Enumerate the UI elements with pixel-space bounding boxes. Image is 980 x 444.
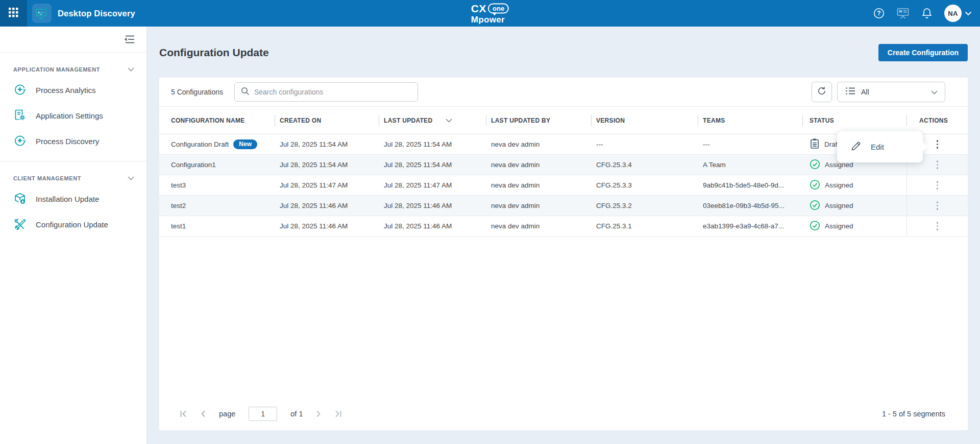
chevron-down-icon — [128, 175, 134, 181]
sidebar: APPLICATION MANAGEMENT Process Analytics — [0, 27, 147, 444]
sidebar-item-label: Installation Update — [36, 195, 99, 203]
sort-chevron-down-icon — [446, 119, 452, 123]
row-actions-kebab[interactable] — [932, 219, 944, 233]
edit-menu-item-label: Edit — [871, 143, 884, 151]
presentation-icon[interactable] — [896, 7, 910, 19]
sidebar-item-process-analytics[interactable]: Process Analytics — [0, 77, 146, 103]
configuration-name: Configuration Draft — [171, 141, 229, 148]
sidebar-item-label: Application Settings — [36, 111, 103, 120]
column-header-actions: ACTIONS — [906, 107, 968, 134]
create-configuration-button[interactable]: Create Configuration — [878, 44, 968, 61]
sidebar-collapse-button[interactable] — [123, 34, 135, 44]
last-updated: Jul 28, 2025 11:54 AM — [379, 155, 486, 175]
avatar: NA — [944, 5, 962, 22]
row-actions-kebab[interactable] — [932, 137, 944, 152]
first-page-icon[interactable] — [180, 410, 187, 417]
sidebar-item-label: Process Analytics — [36, 86, 96, 95]
teams: A Team — [698, 155, 802, 175]
last-page-icon[interactable] — [334, 410, 342, 417]
chevron-down-icon — [931, 87, 938, 97]
last-updated: Jul 28, 2025 11:46 AM — [379, 196, 486, 216]
draft-status-icon — [810, 138, 820, 151]
column-header-version[interactable]: VERSION — [591, 107, 698, 134]
section-client-management[interactable]: CLIENT MANAGEMENT — [0, 171, 146, 186]
bell-icon[interactable] — [921, 7, 933, 19]
sidebar-item-configuration-update[interactable]: Configuration Update — [0, 212, 146, 237]
created-on: Jul 28, 2025 11:46 AM — [275, 216, 379, 236]
process-discovery-icon — [13, 134, 27, 149]
app-title: Desktop Discovery — [58, 9, 135, 18]
search-configurations — [234, 82, 418, 102]
refresh-icon — [817, 86, 827, 98]
teams: e3ab1399-e3a9-4c68-a7... — [698, 216, 802, 236]
sidebar-item-installation-update[interactable]: Installation Update — [0, 186, 146, 212]
user-menu[interactable]: NA — [944, 5, 972, 22]
help-icon[interactable]: ? — [873, 8, 885, 19]
column-header-teams[interactable]: TEAMS — [698, 107, 802, 134]
created-on: Jul 28, 2025 11:46 AM — [275, 196, 379, 216]
table-row[interactable]: test1 Jul 28, 2025 11:46 AM Jul 28, 2025… — [159, 216, 968, 237]
version: CFG.25.3.1 — [591, 216, 698, 236]
list-icon — [845, 86, 856, 98]
teams: --- — [698, 134, 802, 154]
created-on: Jul 28, 2025 11:54 AM — [275, 155, 379, 175]
column-header-last-updated[interactable]: LAST UPDATED — [379, 107, 486, 134]
created-on: Jul 28, 2025 11:54 AM — [275, 134, 379, 154]
table-row[interactable]: test2 Jul 28, 2025 11:46 AM Jul 28, 2025… — [159, 196, 968, 216]
next-page-icon[interactable] — [316, 410, 321, 417]
table-header-row: CONFIGURATION NAME CREATED ON LAST UPDAT… — [159, 107, 968, 134]
row-actions-kebab[interactable] — [932, 198, 944, 213]
page-number-input[interactable] — [249, 407, 277, 421]
sidebar-item-process-discovery[interactable]: Process Discovery — [0, 128, 146, 154]
pencil-icon — [850, 141, 862, 154]
cx-text: CX — [471, 3, 486, 14]
status-label: Assigned — [825, 202, 853, 209]
installation-update-icon — [13, 192, 27, 206]
grid-icon — [9, 8, 18, 19]
status-label: Assigned — [825, 222, 853, 230]
of-label: of 1 — [290, 410, 303, 418]
version: CFG.25.3.2 — [591, 196, 698, 216]
column-header-last-updated-by[interactable]: LAST UPDATED BY — [486, 107, 591, 134]
configurations-card: 5 Configurations — [159, 78, 968, 430]
row-context-menu-edit[interactable]: Edit — [837, 131, 923, 162]
configurations-table: CONFIGURATION NAME CREATED ON LAST UPDAT… — [159, 106, 968, 237]
status-filter-dropdown[interactable]: All — [837, 82, 945, 102]
filter-selected-value: All — [861, 88, 926, 96]
last-updated-by: neva dev admin — [486, 196, 591, 216]
sidebar-item-application-settings[interactable]: Application Settings — [0, 103, 146, 128]
search-icon — [241, 87, 250, 98]
refresh-button[interactable] — [812, 82, 832, 102]
desktop-discovery-logo-icon — [32, 4, 52, 23]
sidebar-divider — [0, 52, 146, 53]
table-toolbar: 5 Configurations — [159, 78, 968, 106]
app-launcher-button[interactable] — [0, 0, 27, 27]
page-label: page — [219, 410, 235, 418]
process-analytics-icon — [13, 83, 27, 98]
row-actions-kebab[interactable] — [932, 178, 944, 193]
section-application-management[interactable]: APPLICATION MANAGEMENT — [0, 62, 146, 77]
chevron-down-icon — [128, 66, 134, 73]
column-header-created-on[interactable]: CREATED ON — [275, 107, 379, 134]
application-settings-icon — [13, 108, 27, 123]
pagination-summary: 1 - 5 of 5 segments — [882, 410, 945, 418]
search-input[interactable] — [254, 88, 411, 96]
teams: 9ab9c41b-5de5-48e0-9d... — [698, 175, 802, 195]
column-header-configuration-name[interactable]: CONFIGURATION NAME — [159, 107, 275, 134]
sidebar-item-label: Configuration Update — [36, 220, 108, 229]
last-updated-by: neva dev admin — [486, 216, 591, 236]
topbar-actions: ? NA — [873, 5, 980, 22]
assigned-status-icon — [810, 159, 820, 171]
svg-text:?: ? — [877, 10, 880, 17]
pagination-bar: page of 1 1 - 5 of 5 segments — [159, 398, 968, 430]
version: CFG.25.3.3 — [591, 175, 698, 195]
chevron-down-icon — [965, 9, 972, 18]
column-header-status[interactable]: STATUS — [802, 107, 906, 134]
previous-page-icon[interactable] — [201, 410, 206, 417]
configuration-name: test2 — [171, 202, 186, 209]
table-row[interactable]: test3 Jul 28, 2025 11:47 AM Jul 28, 2025… — [159, 175, 968, 196]
version: CFG.25.3.4 — [591, 155, 698, 175]
assigned-status-icon — [810, 179, 820, 192]
row-actions-kebab[interactable] — [932, 157, 944, 172]
sidebar-divider — [0, 161, 146, 161]
